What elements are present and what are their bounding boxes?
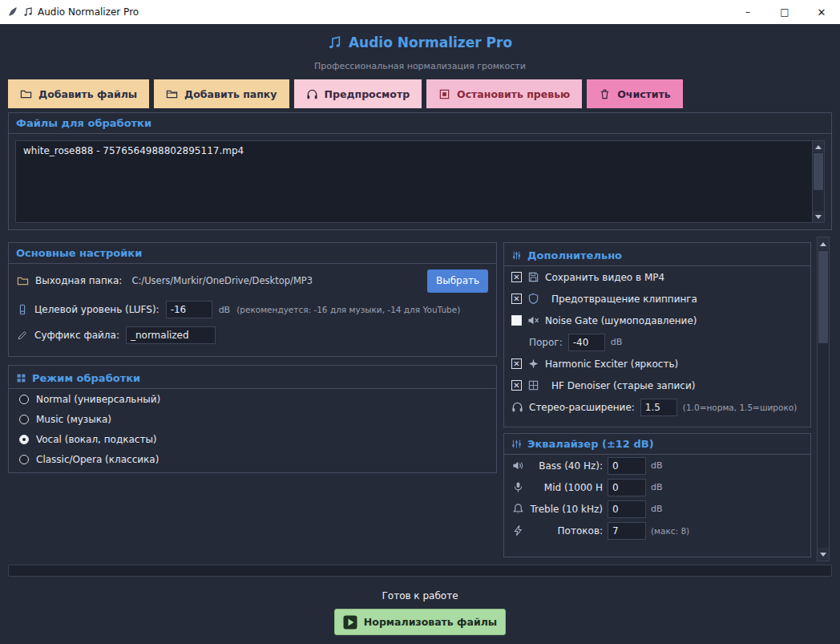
denoiser-label: HF Denoiser (старые записи) <box>551 380 695 391</box>
equalizer-section-title: Эквалайзер (±12 dB) <box>504 434 810 455</box>
music-note-icon <box>23 7 33 17</box>
checkbox-icon[interactable] <box>511 315 522 326</box>
scroll-down-button[interactable] <box>813 211 824 222</box>
scrollbar-thumb[interactable] <box>814 153 823 190</box>
eq-bass-input[interactable] <box>608 457 646 475</box>
advanced-section: Дополнительно Сохранить видео в MP4 Пред… <box>503 242 811 427</box>
add-files-label: Добавить файлы <box>38 88 137 100</box>
checkbox-icon[interactable] <box>511 358 522 369</box>
noise-gate-row[interactable]: Noise Gate (шумоподавление) <box>504 310 810 331</box>
minimize-button[interactable]: – <box>729 0 766 24</box>
titlebar: Audio Normalizer Pro – □ ✕ <box>0 0 840 24</box>
normalize-button[interactable]: Нормализовать файлы <box>334 609 506 635</box>
checkbox-icon[interactable] <box>511 272 522 282</box>
file-list-item[interactable]: white_rose888 - 7576564988802895117.mp4 <box>16 141 824 160</box>
choose-folder-button[interactable]: Выбрать <box>427 269 488 293</box>
advanced-section-title: Дополнительно <box>504 245 810 266</box>
arrow-up-icon <box>820 242 826 246</box>
arrow-down-icon <box>820 553 826 557</box>
trash-icon <box>599 88 611 100</box>
mode-option-classic[interactable]: Classic/Opera (классика) <box>9 449 496 469</box>
target-level-input[interactable] <box>166 301 212 318</box>
eq-mid-row: Mid (1000 H dB <box>504 476 810 498</box>
add-files-button[interactable]: Добавить файлы <box>8 79 149 108</box>
stereo-width-label: Стерео-расширение: <box>529 402 635 413</box>
radio-icon[interactable] <box>19 415 29 424</box>
normalize-button-label: Нормализовать файлы <box>364 616 497 628</box>
mode-option-music[interactable]: Music (музыка) <box>9 409 496 429</box>
scrollbar-thumb[interactable] <box>818 251 828 343</box>
window-controls: – □ ✕ <box>729 0 840 24</box>
file-list-scrollbar[interactable] <box>812 141 824 222</box>
threads-row: Потоков: (макс: 8) <box>504 520 810 541</box>
preview-button[interactable]: Предпросмотр <box>294 79 422 108</box>
stereo-width-hint: (1.0=норма, 1.5=широко) <box>683 403 797 412</box>
equalizer-title-label: Эквалайзер (±12 dB) <box>527 438 654 450</box>
scroll-up-button[interactable] <box>818 237 829 250</box>
stop-preview-button[interactable]: Остановить превью <box>426 79 582 108</box>
app-header: Audio Normalizer Pro <box>0 34 840 51</box>
denoiser-row[interactable]: HF Denoiser (старые записи) <box>504 375 810 396</box>
exciter-label: Harmonic Exciter (яркость) <box>545 358 678 370</box>
checkbox-icon[interactable] <box>511 380 522 391</box>
scroll-up-button[interactable] <box>813 141 824 152</box>
mute-speaker-icon <box>527 314 539 326</box>
advanced-title-label: Дополнительно <box>527 249 622 261</box>
output-folder-label: Выходная папка: <box>35 275 122 286</box>
threads-hint: (макс: 8) <box>651 526 689 536</box>
output-folder-value: C:/Users/Murkir/OneDrive/Desktop/MP3 <box>131 275 313 286</box>
target-level-unit: dB <box>219 305 231 315</box>
mode-title-label: Режим обработки <box>32 372 140 384</box>
microphone-icon <box>512 481 524 493</box>
threads-label: Потоков: <box>529 525 603 537</box>
file-list[interactable]: white_rose888 - 7576564988802895117.mp4 <box>15 140 825 223</box>
maximize-button[interactable]: □ <box>766 0 803 24</box>
save-disk-icon <box>527 271 539 283</box>
lightning-icon <box>512 525 524 537</box>
target-level-label: Целевой уровень (LUFS): <box>34 304 160 315</box>
settings-scrollbar[interactable] <box>817 237 830 561</box>
checkbox-icon[interactable] <box>511 294 522 304</box>
exciter-row[interactable]: Harmonic Exciter (яркость) <box>504 353 810 375</box>
app-window: Audio Normalizer Pro – □ ✕ Audio Normali… <box>0 0 840 644</box>
stereo-row: Стерео-расширение: (1.0=норма, 1.5=широк… <box>504 396 810 418</box>
eq-treble-input[interactable] <box>608 500 646 518</box>
radio-icon[interactable] <box>19 455 29 464</box>
threshold-label: Порог: <box>529 337 563 348</box>
pencil-icon <box>17 330 28 341</box>
mode-option-label: Vocal (вокал, подкасты) <box>36 434 157 445</box>
grid-radio-icon <box>527 379 539 391</box>
mode-option-normal[interactable]: Normal (универсальный) <box>9 389 496 409</box>
stop-preview-label: Остановить превью <box>457 88 570 100</box>
music-note-icon <box>328 36 341 50</box>
clipping-label: Предотвращение клиппинга <box>551 294 697 305</box>
scrollbar-track[interactable] <box>818 250 829 548</box>
level-fader-icon <box>17 304 28 315</box>
mode-section-title: Режим обработки <box>9 368 496 389</box>
status-text: Готов к работе <box>0 590 840 601</box>
scroll-down-button[interactable] <box>818 548 829 561</box>
eq-bass-unit: dB <box>651 460 663 471</box>
save-mp4-label: Сохранить видео в MP4 <box>545 272 664 283</box>
stop-icon <box>438 88 450 100</box>
clipping-row[interactable]: Предотвращение клиппинга <box>504 288 810 310</box>
threshold-input[interactable] <box>568 334 605 351</box>
close-button[interactable]: ✕ <box>803 0 840 24</box>
eq-mid-input[interactable] <box>608 479 646 496</box>
arrow-up-icon <box>815 145 822 149</box>
stereo-width-input[interactable] <box>640 399 677 416</box>
suffix-input[interactable] <box>126 326 216 344</box>
scrollbar-track[interactable] <box>813 152 824 211</box>
threads-input[interactable] <box>608 522 646 540</box>
mode-option-vocal[interactable]: Vocal (вокал, подкасты) <box>9 429 496 449</box>
clear-button[interactable]: Очистить <box>587 79 683 108</box>
radio-icon[interactable] <box>19 395 29 404</box>
main-settings-title-label: Основные настройки <box>16 247 142 259</box>
eq-mid-label: Mid (1000 H <box>529 482 603 493</box>
sparkle-icon <box>527 358 539 370</box>
radio-icon[interactable] <box>19 435 29 444</box>
save-mp4-row[interactable]: Сохранить видео в MP4 <box>504 266 810 288</box>
add-folder-button[interactable]: Добавить папку <box>154 79 289 108</box>
suffix-row: Суффикс файла: <box>9 323 496 347</box>
progress-bar <box>8 565 832 577</box>
